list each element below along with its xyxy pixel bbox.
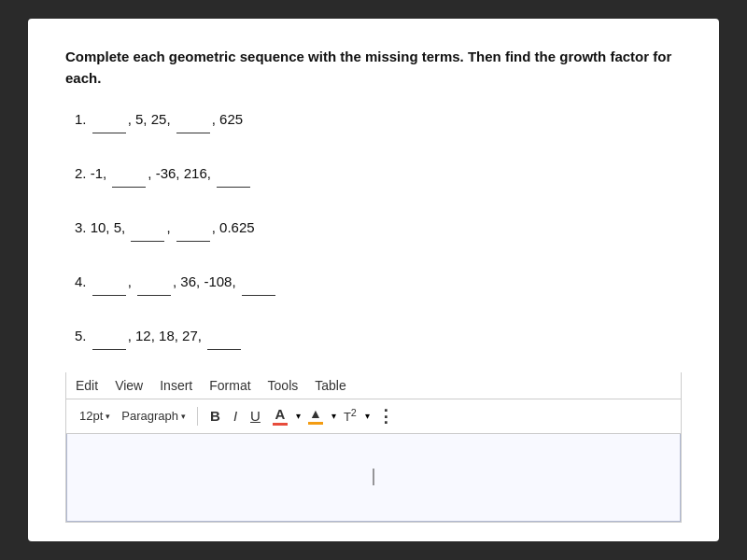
italic-button[interactable]: I (229, 406, 242, 426)
menu-bar: Edit View Insert Format Tools Table (66, 372, 681, 399)
font-color-button[interactable]: A (269, 405, 291, 427)
font-size-chevron: ▾ (106, 412, 110, 421)
highlight-arrow[interactable]: ▾ (331, 411, 336, 421)
menu-insert[interactable]: Insert (160, 378, 192, 393)
toolbar-divider-1 (197, 407, 198, 426)
blank-3-2 (176, 214, 210, 242)
problems-list: 1. , 5, 25, , 625 2. -1, , -36, 216, 3. … (65, 105, 682, 350)
menu-table[interactable]: Table (315, 378, 345, 393)
blank-4-3 (242, 268, 275, 296)
editor-section: Edit View Insert Format Tools Table 12pt… (65, 372, 682, 524)
menu-view[interactable]: View (115, 378, 143, 393)
font-color-label: A (275, 407, 285, 421)
highlight-button[interactable]: ▲ (304, 405, 327, 427)
editor-content[interactable] (66, 434, 681, 523)
problem-2: 2. -1, , -36, 216, (75, 160, 682, 188)
font-color-arrow[interactable]: ▾ (296, 411, 301, 421)
paragraph-value: Paragraph (121, 409, 178, 423)
text-cursor (374, 469, 374, 485)
problem-5: 5. , 12, 18, 27, (75, 322, 682, 350)
blank-5-1 (92, 322, 126, 350)
toolbar: 12pt ▾ Paragraph ▾ B I U A ▾ ▲ (66, 399, 681, 434)
blank-4-2 (137, 268, 171, 296)
underline-button[interactable]: U (246, 406, 265, 426)
problem-3: 3. 10, 5, , , 0.625 (75, 214, 682, 242)
italic-label: I (233, 408, 237, 424)
menu-format[interactable]: Format (209, 378, 250, 393)
bold-button[interactable]: B (205, 406, 225, 426)
blank-4-1 (92, 268, 126, 296)
font-size-select[interactable]: 12pt ▾ (76, 407, 114, 425)
blank-2-1 (112, 160, 146, 188)
problem-1: 1. , 5, 25, , 625 (75, 105, 682, 133)
blank-2-2 (217, 160, 250, 188)
problem-4: 4. , , 36, -108, (75, 268, 682, 296)
font-color-bar (273, 423, 288, 426)
page-container: Complete each geometric sequence with th… (28, 19, 719, 541)
question-title: Complete each geometric sequence with th… (65, 47, 682, 89)
superscript-button[interactable]: T2 (340, 405, 360, 426)
menu-edit[interactable]: Edit (76, 378, 98, 393)
paragraph-select[interactable]: Paragraph ▾ (118, 407, 190, 425)
bold-label: B (210, 408, 220, 424)
blank-3-1 (131, 214, 164, 242)
menu-tools[interactable]: Tools (268, 378, 299, 393)
blank-1-1 (92, 105, 126, 133)
paragraph-chevron: ▾ (181, 412, 186, 421)
underline-label: U (250, 408, 261, 424)
font-size-value: 12pt (79, 409, 103, 423)
highlight-color-bar (308, 422, 323, 425)
highlight-label: ▲ (309, 407, 322, 420)
blank-1-2 (176, 105, 210, 133)
blank-5-2 (207, 322, 241, 350)
more-options-button[interactable]: ⋮ (374, 404, 396, 428)
superscript-arrow[interactable]: ▾ (365, 411, 370, 421)
